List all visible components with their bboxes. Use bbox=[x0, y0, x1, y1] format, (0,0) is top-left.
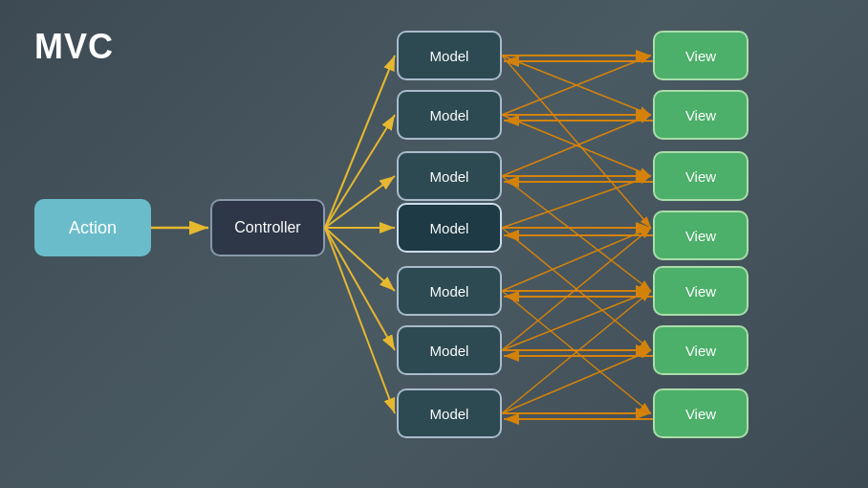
view-box-1: View bbox=[653, 90, 749, 140]
m6-to-v4 bbox=[502, 291, 651, 413]
model-box-3: Model bbox=[397, 203, 502, 253]
model-box-4: Model bbox=[397, 266, 502, 316]
ctrl-to-model-1 bbox=[325, 115, 395, 228]
ctrl-to-model-5 bbox=[325, 228, 395, 350]
model-label-5: Model bbox=[430, 343, 469, 359]
view-box-5: View bbox=[653, 325, 749, 375]
m3-to-v2 bbox=[502, 176, 651, 228]
model-label-3: Model bbox=[430, 220, 469, 236]
model-label-2: Model bbox=[430, 168, 469, 185]
m1-to-v2 bbox=[502, 115, 651, 176]
m2-to-v1 bbox=[502, 115, 651, 176]
view-box-6: View bbox=[653, 388, 749, 438]
view-box-0: View bbox=[653, 31, 749, 80]
view-label-5: View bbox=[685, 343, 716, 359]
view-label-1: View bbox=[685, 107, 716, 123]
action-box: Action bbox=[34, 199, 151, 256]
model-box-1: Model bbox=[397, 90, 502, 140]
m5-to-v4 bbox=[502, 291, 651, 350]
m0-to-v3 bbox=[502, 55, 651, 228]
action-label: Action bbox=[69, 218, 117, 238]
controller-box: Controller bbox=[210, 199, 325, 256]
view-label-0: View bbox=[685, 48, 716, 64]
view-label-3: View bbox=[685, 228, 716, 244]
m6-to-v5 bbox=[502, 350, 651, 413]
m0-to-v1 bbox=[502, 55, 651, 115]
ctrl-to-model-6 bbox=[325, 228, 395, 413]
view-box-4: View bbox=[653, 266, 749, 316]
m5-to-v3 bbox=[502, 228, 651, 350]
page-title: MVC bbox=[34, 27, 114, 67]
ctrl-to-model-2 bbox=[325, 176, 395, 228]
view-label-4: View bbox=[685, 283, 716, 299]
view-label-6: View bbox=[685, 406, 716, 422]
model-box-2: Model bbox=[397, 151, 502, 201]
m4-to-v6 bbox=[502, 291, 651, 413]
model-label-1: Model bbox=[430, 107, 469, 123]
m1-to-v0 bbox=[502, 55, 651, 115]
view-label-2: View bbox=[685, 168, 716, 185]
ctrl-to-model-0 bbox=[325, 55, 395, 228]
model-box-5: Model bbox=[397, 325, 502, 375]
model-box-6: Model bbox=[397, 388, 502, 438]
model-label-6: Model bbox=[430, 406, 469, 422]
view-box-3: View bbox=[653, 211, 749, 260]
model-label-4: Model bbox=[430, 283, 469, 299]
ctrl-to-model-4 bbox=[325, 228, 395, 291]
controller-label: Controller bbox=[234, 219, 300, 236]
model-box-0: Model bbox=[397, 31, 502, 80]
m3-to-v5 bbox=[502, 228, 651, 350]
m2-to-v4 bbox=[502, 176, 651, 291]
model-label-0: Model bbox=[430, 48, 469, 64]
m4-to-v3 bbox=[502, 228, 651, 291]
view-box-2: View bbox=[653, 151, 749, 201]
